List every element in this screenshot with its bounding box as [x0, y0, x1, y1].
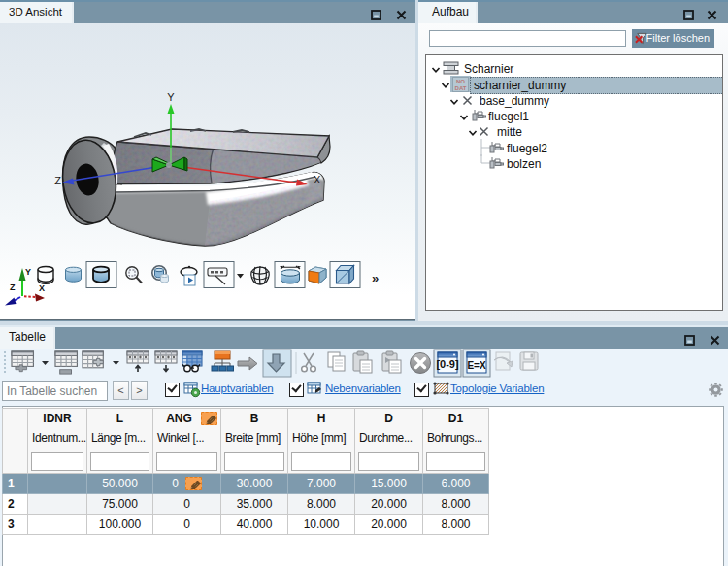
svg-text:[0-9]: [0-9]	[436, 358, 459, 370]
svg-text:E=X: E=X	[467, 360, 486, 371]
svg-text:Z: Z	[10, 283, 16, 292]
svg-text:DAT: DAT	[455, 85, 467, 91]
svg-text:»: »	[372, 271, 379, 285]
svg-text:NO: NO	[456, 79, 465, 84]
svg-text:Y: Y	[25, 267, 31, 277]
svg-text:X: X	[39, 283, 45, 293]
svg-text:Y: Y	[167, 91, 175, 103]
svg-text:X: X	[314, 174, 321, 185]
svg-text:Z: Z	[54, 175, 61, 186]
